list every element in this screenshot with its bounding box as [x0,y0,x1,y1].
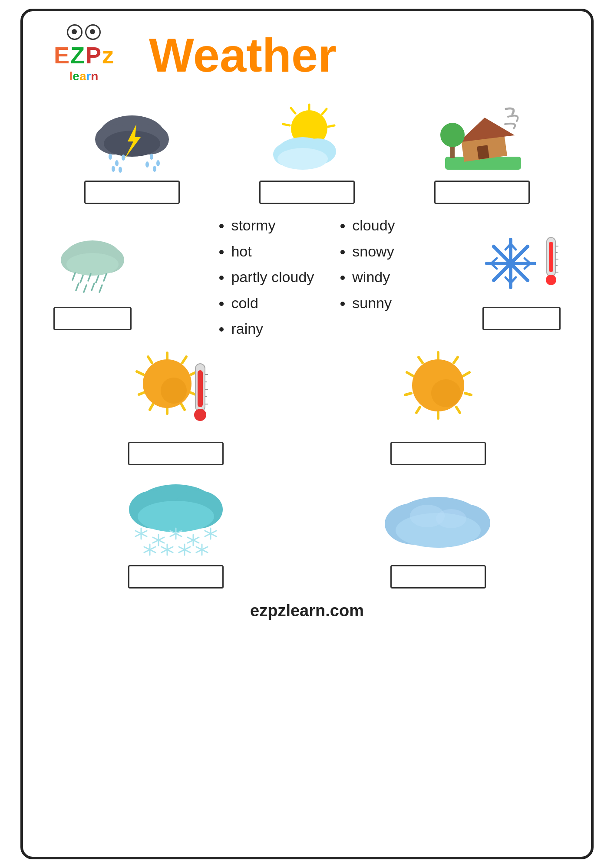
svg-marker-26 [456,114,515,143]
svg-line-86 [463,372,469,376]
word-list-col1: stormy hot partly cloudy cold rainy [219,213,314,342]
footer-text: ezpzlearn.com [45,602,569,620]
word-rainy: rainy [231,316,314,342]
svg-line-19 [283,124,290,125]
word-windy: windy [352,264,395,290]
cloudy-answer-box[interactable] [390,565,486,589]
svg-point-12 [119,167,122,173]
word-sunny: sunny [352,290,395,316]
row2-middle: stormy hot partly cloudy cold rainy clou… [45,213,569,342]
worksheet-page: E Z P z learn Weather [20,9,594,859]
svg-line-42 [99,285,102,292]
word-list-area: stormy hot partly cloudy cold rainy clou… [140,213,474,342]
svg-line-37 [96,276,99,283]
windy-answer-box[interactable] [434,181,530,204]
svg-line-85 [454,357,458,363]
svg-line-35 [80,276,83,283]
hot-card [124,351,228,465]
row4-snowy-cloudy [45,474,569,589]
svg-point-10 [145,161,149,168]
partly-cloudy-image [259,98,355,176]
page-title: Weather [149,27,337,82]
svg-line-18 [291,108,295,113]
sunny-answer-box[interactable] [390,442,486,465]
hot-answer-box[interactable] [128,442,224,465]
cloudy-image [377,474,499,561]
logo-learn: learn [45,69,123,83]
svg-line-70 [150,404,153,410]
svg-line-38 [104,274,106,281]
svg-point-11 [112,166,115,172]
header: E Z P z learn Weather [45,24,569,85]
svg-point-33 [66,253,119,276]
right-eye [85,24,101,40]
svg-point-29 [440,123,465,147]
svg-line-34 [73,273,75,280]
svg-point-6 [115,160,119,166]
windy-card [434,98,530,204]
windy-image [434,98,530,176]
partly-cloudy-card [259,98,355,204]
cloudy-card [377,474,499,589]
svg-point-8 [150,154,153,160]
logo: E Z P z learn [45,24,123,85]
svg-rect-57 [549,242,553,272]
sunny-card [386,351,490,465]
svg-line-39 [76,283,79,290]
svg-line-17 [328,125,334,127]
svg-line-87 [465,393,471,395]
svg-point-99 [138,501,214,532]
svg-line-73 [148,357,152,363]
logo-letters: E Z P z [45,42,123,69]
svg-line-88 [456,407,460,413]
svg-line-41 [92,283,94,290]
word-snowy: snowy [352,239,395,265]
snowy-card [115,474,237,589]
svg-rect-77 [198,370,203,407]
cold-answer-box[interactable] [482,307,561,330]
svg-point-95 [431,379,461,407]
svg-line-72 [137,372,143,375]
svg-point-55 [507,260,514,267]
hot-image [124,351,228,437]
svg-point-9 [156,160,160,166]
svg-point-5 [109,154,112,160]
svg-point-7 [122,155,125,161]
svg-line-68 [181,404,185,410]
svg-line-93 [419,357,423,363]
logo-eyes [45,24,123,40]
snowy-image [115,474,237,561]
rainy-image [45,224,140,302]
word-cold: cold [231,290,314,316]
svg-line-92 [407,372,413,376]
rainy-card [45,224,140,330]
word-list-col2: cloudy snowy windy sunny [340,213,395,342]
partly-cloudy-answer-box[interactable] [259,181,355,204]
cold-card [474,224,569,330]
svg-line-91 [405,393,411,395]
svg-point-23 [277,148,328,170]
svg-line-90 [416,407,420,413]
rainy-answer-box[interactable] [53,307,132,330]
svg-line-40 [84,285,86,292]
svg-rect-27 [477,145,489,159]
svg-point-13 [153,166,156,172]
sunny-image [386,351,490,437]
cold-image [474,224,569,302]
snowy-answer-box[interactable] [128,565,224,589]
svg-line-65 [182,357,186,363]
stormy-card [84,98,180,204]
svg-point-78 [194,409,206,421]
stormy-image [84,98,180,176]
word-hot: hot [231,239,314,265]
row1-weather [45,98,569,204]
svg-point-75 [161,378,187,404]
word-cloudy: cloudy [352,213,395,239]
word-stormy: stormy [231,213,314,239]
left-eye [67,24,83,40]
stormy-answer-box[interactable] [84,181,180,204]
svg-point-132 [436,509,466,528]
word-partly-cloudy: partly cloudy [231,264,314,290]
row3-hot-sunny [45,351,569,465]
svg-line-16 [322,109,327,114]
